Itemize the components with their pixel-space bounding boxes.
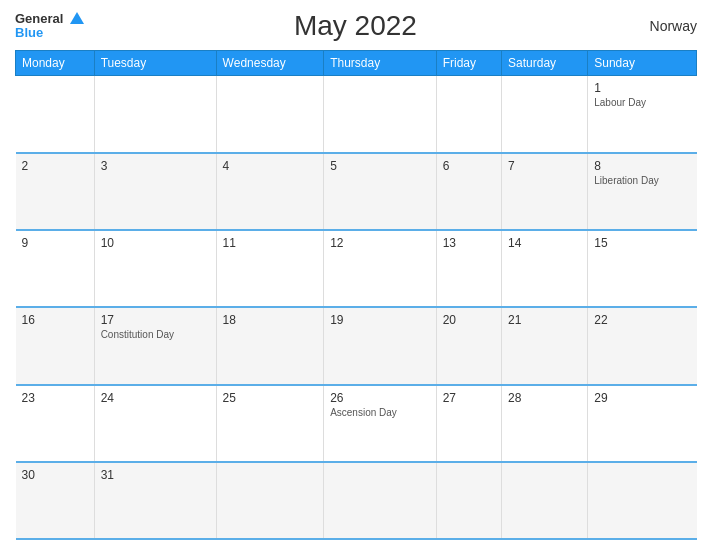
col-friday: Friday (436, 51, 501, 76)
day-number: 4 (223, 159, 318, 173)
day-number: 14 (508, 236, 581, 250)
day-number: 12 (330, 236, 430, 250)
country-label: Norway (627, 18, 697, 34)
day-number: 25 (223, 391, 318, 405)
calendar-cell: 2 (16, 153, 95, 230)
day-number: 2 (22, 159, 88, 173)
calendar-title: May 2022 (84, 10, 627, 42)
calendar-cell: 1Labour Day (588, 76, 697, 153)
calendar-week-row: 2345678Liberation Day (16, 153, 697, 230)
day-number: 24 (101, 391, 210, 405)
holiday-name: Liberation Day (594, 175, 690, 186)
calendar-week-row: 9101112131415 (16, 230, 697, 307)
day-number: 31 (101, 468, 210, 482)
calendar-cell: 12 (324, 230, 437, 307)
holiday-name: Constitution Day (101, 329, 210, 340)
day-number: 23 (22, 391, 88, 405)
calendar-cell (216, 462, 324, 539)
logo-triangle-icon (70, 12, 84, 24)
calendar-header: Monday Tuesday Wednesday Thursday Friday… (16, 51, 697, 76)
col-monday: Monday (16, 51, 95, 76)
calendar-cell (436, 462, 501, 539)
day-number: 30 (22, 468, 88, 482)
day-number: 8 (594, 159, 690, 173)
col-saturday: Saturday (502, 51, 588, 76)
col-tuesday: Tuesday (94, 51, 216, 76)
day-headers-row: Monday Tuesday Wednesday Thursday Friday… (16, 51, 697, 76)
day-number: 29 (594, 391, 690, 405)
calendar-cell: 8Liberation Day (588, 153, 697, 230)
calendar-cell: 22 (588, 307, 697, 384)
day-number: 16 (22, 313, 88, 327)
day-number: 15 (594, 236, 690, 250)
calendar-week-row: 1Labour Day (16, 76, 697, 153)
calendar-cell (94, 76, 216, 153)
calendar-week-row: 3031 (16, 462, 697, 539)
day-number: 5 (330, 159, 430, 173)
calendar-cell (324, 76, 437, 153)
calendar-cell (216, 76, 324, 153)
calendar-cell: 23 (16, 385, 95, 462)
day-number: 7 (508, 159, 581, 173)
calendar-cell: 30 (16, 462, 95, 539)
holiday-name: Ascension Day (330, 407, 430, 418)
calendar-body: 1Labour Day2345678Liberation Day91011121… (16, 76, 697, 540)
calendar-cell (502, 76, 588, 153)
calendar-cell: 10 (94, 230, 216, 307)
calendar-cell: 28 (502, 385, 588, 462)
day-number: 11 (223, 236, 318, 250)
calendar-cell: 5 (324, 153, 437, 230)
calendar-cell: 19 (324, 307, 437, 384)
calendar-week-row: 1617Constitution Day1819202122 (16, 307, 697, 384)
calendar-cell: 21 (502, 307, 588, 384)
calendar-cell: 7 (502, 153, 588, 230)
day-number: 22 (594, 313, 690, 327)
day-number: 9 (22, 236, 88, 250)
calendar-cell: 24 (94, 385, 216, 462)
calendar-cell: 4 (216, 153, 324, 230)
calendar-cell: 26Ascension Day (324, 385, 437, 462)
calendar-cell (436, 76, 501, 153)
col-thursday: Thursday (324, 51, 437, 76)
col-sunday: Sunday (588, 51, 697, 76)
calendar-cell (324, 462, 437, 539)
calendar-cell: 13 (436, 230, 501, 307)
calendar-cell: 6 (436, 153, 501, 230)
day-number: 18 (223, 313, 318, 327)
day-number: 13 (443, 236, 495, 250)
calendar-cell: 29 (588, 385, 697, 462)
day-number: 21 (508, 313, 581, 327)
day-number: 27 (443, 391, 495, 405)
calendar-cell: 9 (16, 230, 95, 307)
calendar-cell: 15 (588, 230, 697, 307)
logo-blue-text: Blue (15, 25, 43, 40)
calendar-cell: 14 (502, 230, 588, 307)
calendar-cell: 11 (216, 230, 324, 307)
day-number: 26 (330, 391, 430, 405)
day-number: 6 (443, 159, 495, 173)
calendar-table: Monday Tuesday Wednesday Thursday Friday… (15, 50, 697, 540)
calendar-cell (502, 462, 588, 539)
day-number: 10 (101, 236, 210, 250)
col-wednesday: Wednesday (216, 51, 324, 76)
day-number: 19 (330, 313, 430, 327)
calendar-cell: 18 (216, 307, 324, 384)
day-number: 3 (101, 159, 210, 173)
logo: General Blue (15, 12, 84, 41)
day-number: 1 (594, 81, 690, 95)
logo-general-text: General (15, 11, 63, 26)
calendar-cell (16, 76, 95, 153)
calendar-week-row: 23242526Ascension Day272829 (16, 385, 697, 462)
header: General Blue May 2022 Norway (15, 10, 697, 42)
calendar-cell: 20 (436, 307, 501, 384)
calendar-cell: 17Constitution Day (94, 307, 216, 384)
calendar-cell: 25 (216, 385, 324, 462)
calendar-cell: 31 (94, 462, 216, 539)
calendar-cell (588, 462, 697, 539)
day-number: 20 (443, 313, 495, 327)
day-number: 28 (508, 391, 581, 405)
calendar-cell: 27 (436, 385, 501, 462)
calendar-page: General Blue May 2022 Norway Monday Tues… (0, 0, 712, 550)
day-number: 17 (101, 313, 210, 327)
calendar-cell: 16 (16, 307, 95, 384)
